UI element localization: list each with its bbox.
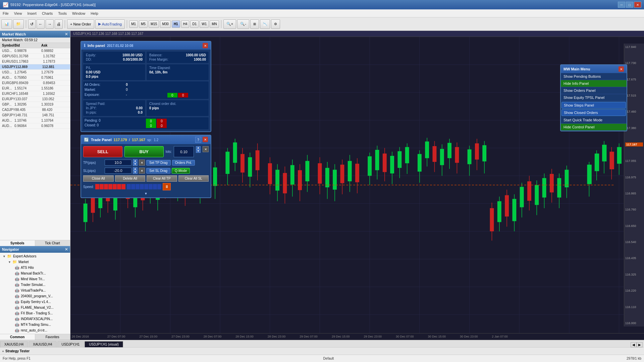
set-sl-drag-button[interactable]: Set SL Drag [146, 168, 170, 174]
trade-panel-close[interactable]: ✕ [203, 137, 208, 142]
maximize-button[interactable]: □ [626, 2, 633, 8]
sl-up-button[interactable]: ▲ [133, 167, 138, 171]
market-watch-row[interactable]: USD...1.276451.27679 [0, 70, 70, 75]
market-watch-row[interactable]: USDJPY112.869112.881 [0, 64, 70, 70]
trade-help-button[interactable]: ? [195, 137, 201, 143]
nav-ea-item[interactable]: 🤖FLAME_Manual_V2... [13, 305, 69, 310]
nav-item-ea[interactable]: ▼ 📁 Expert Advisors [1, 253, 69, 259]
tp-input[interactable] [105, 160, 131, 166]
sl-input[interactable] [105, 168, 131, 174]
mw-menu-show-closed-orders[interactable]: Show Closed Orders [561, 109, 626, 116]
market-watch-row[interactable]: EURJPY133.037133.052 [0, 97, 70, 102]
zoom-in-button[interactable]: 🔍+ [223, 19, 236, 29]
q-mode-button[interactable]: Q-Mode [172, 168, 190, 174]
minimize-button[interactable]: ─ [618, 2, 625, 8]
set-tp-drag-button[interactable]: Set TP Drag [146, 160, 171, 166]
market-watch-row[interactable]: GBPJPY148.731148.751 [0, 113, 70, 118]
lots-up-button[interactable]: ▲ [196, 146, 201, 149]
buy-button[interactable]: BUY [124, 146, 164, 157]
refresh-button[interactable]: ↺ [28, 19, 36, 29]
chart-grid-button[interactable]: ⊞ [250, 19, 259, 29]
market-watch-row[interactable]: AUD...0.759500.75961 [0, 75, 70, 80]
sl-clear-button[interactable]: ✕ [139, 168, 145, 174]
navigator-close[interactable]: ✕ [65, 247, 68, 252]
close-button[interactable]: ✕ [634, 2, 641, 8]
nav-ea-item[interactable]: 🤖204060_program_V... [13, 293, 69, 299]
new-order-button[interactable]: + New Order [67, 19, 94, 29]
sell-button[interactable]: SELL [83, 146, 122, 157]
orders-pnl-button[interactable]: Orders Pnl. [172, 160, 195, 166]
tab-scroll-right[interactable]: ▶ [637, 342, 643, 347]
zoom-out-button[interactable]: 🔍- [237, 19, 249, 29]
tab-usdjpy-h1-visual[interactable]: USDJPY,H1 (visual) [85, 341, 123, 347]
nav-ea-item[interactable]: 🤖Trader Simulat... [13, 282, 69, 288]
tp-clear-button[interactable]: ✕ [139, 160, 145, 166]
close-all-button[interactable]: Close All [83, 175, 114, 182]
market-watch-row[interactable]: EURUSD1.178631.17873 [0, 59, 70, 64]
mw-menu-close[interactable]: ✕ [619, 66, 624, 72]
timeframe-m30[interactable]: M30 [160, 20, 170, 28]
menu-tools[interactable]: Tools [55, 11, 69, 16]
market-watch-row[interactable]: CADJPY88.40588.420 [0, 107, 70, 113]
timeframe-m5[interactable]: M5 [139, 20, 148, 28]
nav-ea-item[interactable]: 🤖MT4 Trading Simu... [13, 322, 69, 327]
back-button[interactable]: ← [37, 19, 45, 29]
market-watch-row[interactable]: USD...0.988780.98892 [0, 48, 70, 54]
clear-all-tp-button[interactable]: Clear All TP [147, 175, 177, 182]
timeframe-h1[interactable]: H1 [172, 20, 180, 28]
mw-menu-show-equity-tpsl[interactable]: Show Equity TPSL Panel [561, 94, 627, 101]
mw-menu-quick-trade[interactable]: Start Quick Trade Mode [561, 117, 627, 124]
profile-button[interactable]: 📁 [13, 19, 24, 29]
menu-insert[interactable]: Insert [24, 11, 39, 16]
menu-file[interactable]: File [0, 11, 11, 16]
market-watch-row[interactable]: EURGBP0.894390.89453 [0, 80, 70, 86]
tp-down-button[interactable]: ▼ [133, 163, 138, 166]
tab-common[interactable]: Common [0, 334, 35, 340]
mw-menu-hide-control[interactable]: Hide Control Panel [561, 124, 627, 131]
market-watch-row[interactable]: EURCHF1.165481.16562 [0, 91, 70, 97]
lots-clear-button[interactable]: ✕ [203, 146, 209, 152]
tp-up-button[interactable]: ▲ [133, 159, 138, 163]
nav-item-market[interactable]: ▼ 📁 Market [1, 259, 69, 265]
print-button[interactable]: 🖨 [55, 19, 63, 29]
timeframe-w1[interactable]: W1 [200, 20, 209, 28]
forward-button[interactable]: → [46, 19, 54, 29]
mw-menu-show-pending[interactable]: Show Pending Buttons [561, 73, 627, 80]
timeframe-h4[interactable]: H4 [181, 20, 190, 28]
tab-xauusd-h4-1[interactable]: XAUUSD,H4 [0, 341, 28, 347]
nav-ea-item[interactable]: 🤖VirtualTradePa... [13, 288, 69, 293]
market-watch-row[interactable]: GBP...1.302951.30319 [0, 102, 70, 107]
clear-all-sl-button[interactable]: Clear All SL [178, 175, 209, 182]
nav-ea-item[interactable]: 🤖Mind Wave Tri... [13, 276, 69, 282]
mw-menu-show-steps[interactable]: Show Steps Panel [561, 102, 626, 109]
indicators-button[interactable]: 📉 [260, 19, 270, 29]
tab-usdjpy-h1[interactable]: USDJPY,H1 [57, 341, 84, 347]
tab-favorites[interactable]: Favorites [35, 334, 70, 340]
menu-window[interactable]: Window [69, 11, 88, 16]
nav-ea-item[interactable]: 🤖ATS Hilo [13, 265, 69, 270]
nav-ea-item[interactable]: 🤖Manual BackTr... [13, 270, 69, 276]
lots-down-button[interactable]: ▼ [196, 149, 201, 153]
lots-input[interactable] [174, 146, 194, 157]
new-chart-button[interactable]: 📊 [1, 19, 12, 29]
terminal-item-strategy-tester[interactable]: ● Strategy Tester [2, 349, 30, 353]
nav-ea-item[interactable]: 🤖FX Blue - Trading S... [13, 310, 69, 316]
sl-down-button[interactable]: ▼ [133, 171, 138, 174]
menu-view[interactable]: View [11, 11, 25, 16]
timeframe-m1[interactable]: M1 [129, 20, 138, 28]
tab-xauusd-h4-2[interactable]: XAUUSD,H4 [29, 341, 56, 347]
delete-all-button[interactable]: Delete All [115, 175, 146, 182]
timeframe-m15[interactable]: M15 [149, 20, 159, 28]
auto-trading-button[interactable]: ▶ AutoTrading [95, 19, 125, 29]
menu-charts[interactable]: Charts [39, 11, 55, 16]
info-panel-close[interactable]: ✕ [203, 43, 208, 48]
tab-scroll-left[interactable]: ◀ [631, 342, 637, 347]
tab-symbols[interactable]: Symbols [0, 240, 35, 246]
market-watch-row[interactable]: GBPUSD1.317681.31782 [0, 54, 70, 59]
timeframe-d1[interactable]: D1 [190, 20, 199, 28]
mw-menu-hide-info[interactable]: Hide Info Panel [561, 80, 627, 87]
menu-help[interactable]: Help [88, 11, 101, 16]
market-watch-row[interactable]: EUR...1.551741.55186 [0, 86, 70, 91]
timeframe-mn[interactable]: MN [210, 20, 219, 28]
tab-tick-chart[interactable]: Tick Chart [35, 240, 70, 246]
